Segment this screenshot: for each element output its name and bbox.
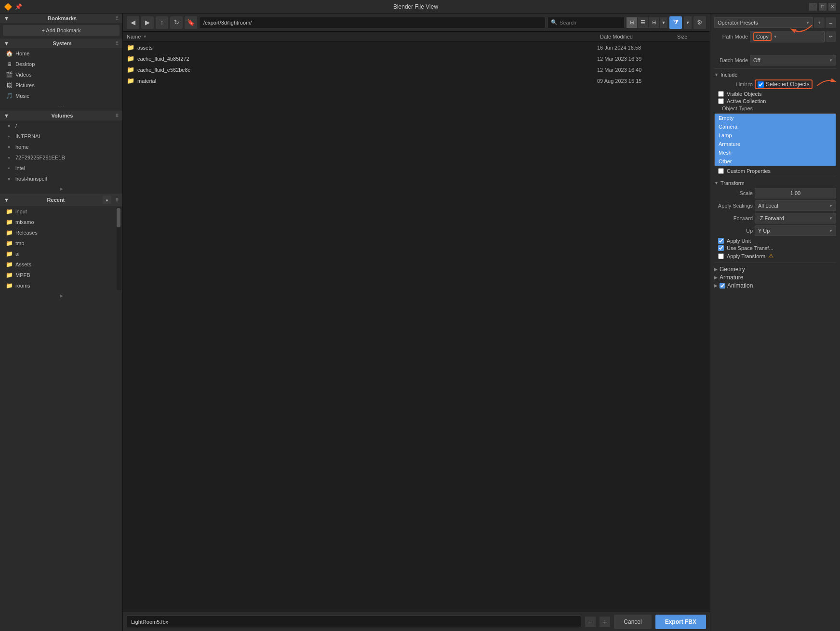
col-date[interactable]: Date Modified [600, 34, 677, 39]
object-type-mesh[interactable]: Mesh [715, 148, 836, 157]
zoom-plus-button[interactable]: + [600, 617, 610, 627]
include-section-header[interactable]: ▼ Include [714, 72, 836, 78]
volumes-expand[interactable]: ▶ [0, 184, 122, 193]
maximize-button[interactable]: □ [819, 3, 827, 11]
path-input[interactable] [199, 17, 546, 28]
table-row[interactable]: 📁 cache_fluid_4b85f272 12 Mar 2023 16:39 [123, 53, 710, 64]
system-header[interactable]: ▼ System ⠿ [0, 39, 122, 48]
add-bookmark-button[interactable]: + Add Bookmark [3, 25, 120, 36]
sidebar-item-72f[interactable]: ▫ 72F29225F291EE1B [0, 152, 122, 163]
system-expand[interactable]: · · · [0, 101, 122, 110]
armature-section[interactable]: ▶ Armature [714, 274, 836, 281]
recent-scrollbar[interactable] [117, 207, 121, 290]
pin-icon[interactable]: 📌 [15, 3, 22, 10]
up-button[interactable]: ↑ [156, 16, 168, 29]
minimize-button[interactable]: – [809, 3, 817, 11]
sidebar-item-intel[interactable]: ▫ intel [0, 163, 122, 173]
export-fbx-button[interactable]: Export FBX [655, 615, 706, 629]
apply-unit-checkbox[interactable] [718, 238, 724, 244]
sidebar-item-root[interactable]: ▫ / [0, 120, 122, 131]
selected-objects-checkbox[interactable] [758, 81, 764, 88]
bookmarks-header[interactable]: ▼ Bookmarks ⠿ [0, 13, 122, 23]
sidebar-item-mixamo[interactable]: 📁 mixamo [0, 217, 116, 227]
sidebar-item-input[interactable]: 📁 input [0, 206, 116, 217]
col-name[interactable]: Name ▼ [127, 34, 600, 39]
apply-transform-checkbox[interactable] [718, 253, 724, 259]
sidebar-item-desktop[interactable]: 🖥 Desktop [0, 59, 122, 69]
folder-mpfb-icon: 📁 [6, 272, 13, 278]
forward-dropdown[interactable]: -Z Forward ▼ [755, 213, 836, 223]
armature-label: Armature [720, 274, 743, 281]
file-name: assets [137, 45, 594, 51]
up-dropdown[interactable]: Y Up ▼ [755, 225, 836, 236]
view-grid-button[interactable]: ⊞ [627, 17, 637, 28]
custom-properties-checkbox[interactable] [718, 168, 724, 174]
search-input[interactable] [547, 17, 625, 28]
back-button[interactable]: ◀ [127, 16, 139, 29]
ai-label: ai [15, 251, 20, 257]
recent-list: 📁 input 📁 mixamo 📁 Releases 📁 tmp [0, 206, 116, 291]
active-collection-checkbox[interactable] [718, 98, 724, 104]
object-type-armature[interactable]: Armature [715, 140, 836, 148]
volumes-dots: ⠿ [115, 113, 119, 118]
filter-button[interactable]: ⧩ [669, 16, 682, 29]
window-controls: – □ ✕ [809, 3, 836, 11]
animation-checkbox[interactable] [720, 283, 725, 289]
sidebar-item-pictures[interactable]: 🖼 Pictures [0, 80, 122, 91]
volumes-title: Volumes [51, 113, 73, 118]
filter-icon: ⧩ [673, 19, 679, 26]
view-list-button[interactable]: ☰ [638, 17, 648, 28]
refresh-button[interactable]: ↻ [170, 16, 183, 29]
sidebar-item-mpfb[interactable]: 📁 MPFB [0, 270, 116, 280]
table-row[interactable]: 📁 material 09 Aug 2023 15:15 [123, 75, 710, 86]
sidebar-item-videos[interactable]: 🎬 Videos [0, 69, 122, 80]
col-size[interactable]: Size [677, 34, 706, 39]
batch-mode-dropdown[interactable]: Off ▼ [750, 55, 836, 66]
blender-icon: 🔶 [4, 3, 12, 11]
geometry-label: Geometry [720, 266, 745, 273]
close-button[interactable]: ✕ [828, 3, 836, 11]
volumes-header[interactable]: ▼ Volumes ⠿ [0, 111, 122, 120]
use-space-transf-checkbox[interactable] [718, 245, 724, 251]
batch-mode-arrow: ▼ [829, 58, 833, 63]
scale-input[interactable] [755, 188, 836, 198]
geometry-section[interactable]: ▶ Geometry [714, 266, 836, 273]
bottom-bar: − + Cancel Export FBX [123, 612, 710, 631]
recent-header[interactable]: ▼ Recent ▲ ⠿ [0, 194, 122, 206]
table-row[interactable]: 📁 assets 16 Jun 2024 16:58 [123, 42, 710, 53]
sidebar-item-ai[interactable]: 📁 ai [0, 249, 116, 259]
recent-expand[interactable]: ▶ [0, 291, 122, 300]
filter-dropdown-button[interactable]: ▼ [684, 16, 692, 29]
object-type-lamp[interactable]: Lamp [715, 131, 836, 140]
visible-objects-checkbox[interactable] [718, 91, 724, 97]
sidebar-item-home-vol[interactable]: ▫ home [0, 142, 122, 152]
animation-section[interactable]: ▶ Animation [714, 282, 836, 289]
view-compact-button[interactable]: ⊟ [649, 17, 659, 28]
sidebar-item-host-hunspell[interactable]: ▫ host-hunspell [0, 173, 122, 184]
object-type-camera[interactable]: Camera [715, 122, 836, 131]
apply-scalings-value: All Local [758, 203, 778, 209]
filename-input[interactable] [127, 616, 581, 628]
sidebar-item-home[interactable]: 🏠 Home [0, 48, 122, 59]
transform-section-header[interactable]: ▼ Transform [714, 180, 836, 186]
apply-scalings-dropdown[interactable]: All Local ▼ [755, 200, 836, 211]
sidebar-item-tmp[interactable]: 📁 tmp [0, 238, 116, 249]
annotation-arrow-area [714, 44, 836, 54]
sidebar-item-rooms[interactable]: 📁 rooms [0, 280, 116, 291]
zoom-minus-button[interactable]: − [585, 617, 596, 627]
sidebar-item-music[interactable]: 🎵 Music [0, 91, 122, 101]
forward-row: Forward -Z Forward ▼ [714, 213, 836, 223]
object-type-mesh-label: Mesh [719, 150, 732, 156]
table-row[interactable]: 📁 cache_fluid_e562be8c 12 Mar 2023 16:40 [123, 64, 710, 75]
sidebar-item-assets[interactable]: 📁 Assets [0, 259, 116, 270]
object-type-other[interactable]: Other [715, 157, 836, 166]
settings-button[interactable]: ⚙ [693, 16, 706, 29]
sidebar-item-internal[interactable]: ▫ INTERNAL [0, 131, 122, 142]
recent-scroll-up-button[interactable]: ▲ [103, 196, 111, 204]
bookmark-add-button[interactable]: 🔖 [185, 16, 197, 29]
sidebar-item-releases[interactable]: 📁 Releases [0, 227, 116, 238]
object-type-empty[interactable]: Empty [715, 114, 836, 122]
view-dropdown-button[interactable]: ▼ [660, 17, 667, 28]
forward-button[interactable]: ▶ [141, 16, 154, 29]
cancel-button[interactable]: Cancel [614, 615, 651, 629]
